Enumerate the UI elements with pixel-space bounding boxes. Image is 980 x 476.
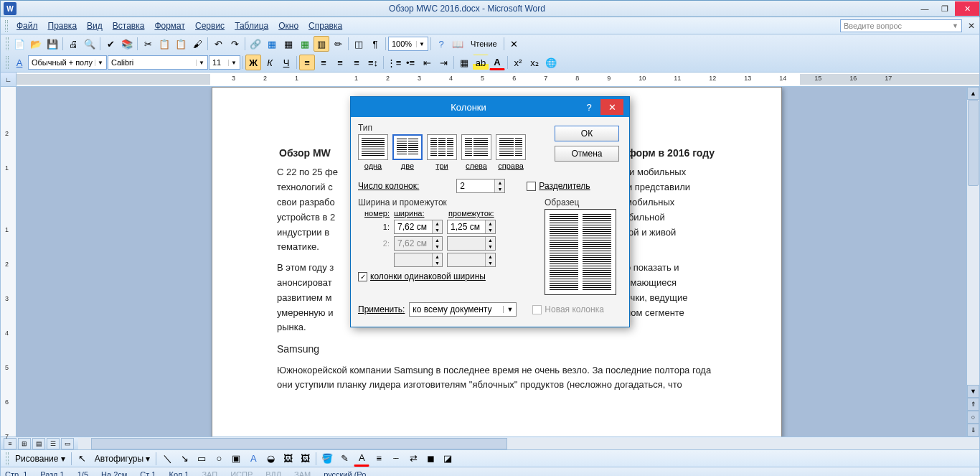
- preset-one[interactable]: одна: [358, 134, 388, 170]
- preset-right[interactable]: справа: [496, 134, 526, 170]
- menu-insert[interactable]: Вставка: [108, 19, 149, 32]
- menu-tools[interactable]: Сервис: [191, 19, 229, 32]
- draw-menu[interactable]: Рисование ▾: [12, 452, 68, 465]
- grip-icon[interactable]: [6, 56, 9, 69]
- menu-edit[interactable]: Правка: [44, 19, 82, 32]
- subscript-button[interactable]: x₂: [527, 55, 542, 70]
- dialog-close-button[interactable]: ✕: [600, 99, 623, 115]
- preset-left[interactable]: слева: [461, 134, 491, 170]
- vertical-scrollbar[interactable]: ▲ ▼ ⇑ ○ ⇓: [966, 87, 979, 437]
- minimize-button[interactable]: —: [915, 1, 935, 16]
- prev-page-button[interactable]: ⇑: [967, 398, 979, 411]
- print-view-button[interactable]: ▤: [32, 438, 45, 449]
- menu-window[interactable]: Окно: [274, 19, 303, 32]
- apply-to-combo[interactable]: ко всему документу▼: [409, 302, 517, 317]
- numbering-button[interactable]: ⋮≡: [386, 55, 402, 70]
- borders-button[interactable]: ▦: [456, 55, 472, 70]
- status-lang[interactable]: русский (Ро: [324, 470, 366, 477]
- save-button[interactable]: 💾: [44, 36, 60, 52]
- status-ovr[interactable]: ЗАМ: [294, 470, 311, 477]
- language-button[interactable]: 🌐: [543, 55, 559, 70]
- new-button[interactable]: 📄: [11, 36, 27, 52]
- arrow-button[interactable]: ↘: [176, 451, 192, 467]
- scroll-thumb[interactable]: [968, 100, 979, 186]
- divider-checkbox[interactable]: Разделитель: [527, 181, 590, 191]
- indent-button[interactable]: ⇥: [435, 55, 451, 70]
- outdent-button[interactable]: ⇤: [419, 55, 435, 70]
- insert-table-button[interactable]: ▦: [281, 36, 296, 52]
- document-close-button[interactable]: ✕: [968, 21, 975, 31]
- menu-help[interactable]: Справка: [304, 19, 347, 32]
- reading-icon[interactable]: 📖: [450, 36, 466, 52]
- drawing-button[interactable]: ✏: [330, 36, 346, 52]
- restore-button[interactable]: ❐: [935, 1, 955, 16]
- redo-button[interactable]: ↷: [227, 36, 242, 52]
- dialog-title-bar[interactable]: Колонки ? ✕: [351, 97, 629, 117]
- tab-selector[interactable]: ∟: [1, 73, 17, 86]
- copy-button[interactable]: 📋: [156, 36, 172, 52]
- cut-button[interactable]: ✂: [140, 36, 156, 52]
- print-button[interactable]: 🖨: [65, 36, 81, 52]
- scroll-down-button[interactable]: ▼: [967, 385, 979, 398]
- spell-button[interactable]: ✔: [103, 36, 118, 52]
- close-button[interactable]: ✕: [955, 1, 979, 16]
- paste-button[interactable]: 📋: [173, 36, 189, 52]
- equal-width-checkbox[interactable]: ✓колонки одинаковой ширины: [358, 271, 534, 281]
- zoom-combo[interactable]: 100%▼: [388, 37, 428, 51]
- font-size-combo[interactable]: 11▼: [209, 55, 240, 70]
- vertical-ruler[interactable]: 211234567: [1, 87, 17, 437]
- hyperlink-button[interactable]: 🔗: [248, 36, 263, 52]
- menu-view[interactable]: Вид: [83, 19, 107, 32]
- fill-color-button[interactable]: 🪣: [319, 451, 335, 467]
- open-button[interactable]: 📂: [28, 36, 44, 52]
- dash-style-button[interactable]: ┄: [388, 451, 404, 467]
- next-page-button[interactable]: ⇓: [967, 424, 979, 437]
- horizontal-ruler[interactable]: 3211234567891011121314151617: [17, 73, 979, 86]
- superscript-button[interactable]: x²: [510, 55, 526, 70]
- preset-three[interactable]: три: [427, 134, 457, 170]
- preset-two[interactable]: две: [392, 134, 423, 170]
- num-columns-spinner[interactable]: ▲▼: [456, 179, 505, 193]
- line-spacing-button[interactable]: ≡↕: [365, 55, 381, 70]
- underline-button[interactable]: Ч: [278, 55, 294, 70]
- picture-button[interactable]: 🖼: [297, 451, 313, 467]
- status-ext[interactable]: ВДЛ: [265, 470, 281, 477]
- question-box[interactable]: Введите вопрос▼: [840, 19, 962, 32]
- hscroll-thumb[interactable]: [91, 438, 507, 449]
- horizontal-scrollbar[interactable]: [78, 438, 979, 449]
- italic-button[interactable]: К: [262, 55, 278, 70]
- textbox-button[interactable]: ▣: [228, 451, 244, 467]
- docmap-button[interactable]: ◫: [351, 36, 367, 52]
- close-preview-button[interactable]: ✕: [507, 36, 522, 52]
- web-view-button[interactable]: ⊞: [18, 438, 31, 449]
- cancel-button[interactable]: Отмена: [555, 146, 619, 162]
- font-color-draw-button[interactable]: A: [354, 451, 369, 467]
- outline-view-button[interactable]: ☰: [47, 438, 60, 449]
- grip-icon[interactable]: [5, 20, 8, 32]
- autoshapes-menu[interactable]: Автофигуры ▾: [92, 452, 154, 465]
- rectangle-button[interactable]: ▭: [194, 451, 209, 467]
- line-button[interactable]: ＼: [159, 451, 175, 467]
- arrow-style-button[interactable]: ⇄: [405, 451, 421, 467]
- font-color-button[interactable]: A: [489, 55, 505, 70]
- scroll-up-button[interactable]: ▲: [967, 87, 979, 100]
- bold-button[interactable]: Ж: [245, 55, 261, 70]
- dialog-help-button[interactable]: ?: [580, 102, 598, 113]
- help-button[interactable]: ?: [433, 36, 449, 52]
- show-marks-button[interactable]: ¶: [367, 36, 383, 52]
- justify-button[interactable]: ≡: [349, 55, 364, 70]
- menu-table[interactable]: Таблица: [230, 19, 273, 32]
- align-center-button[interactable]: ≡: [316, 55, 331, 70]
- styles-pane-button[interactable]: A: [11, 55, 27, 70]
- font-combo[interactable]: Calibri▼: [108, 55, 208, 70]
- wordart-button[interactable]: A: [245, 451, 261, 467]
- align-left-button[interactable]: ≡: [299, 55, 315, 70]
- select-objects-button[interactable]: ↖: [75, 451, 90, 467]
- painter-button[interactable]: 🖌: [189, 36, 205, 52]
- status-trk[interactable]: ИСПР: [230, 470, 253, 477]
- line-color-button[interactable]: ✎: [336, 451, 352, 467]
- reading-view-button[interactable]: ▭: [61, 438, 74, 449]
- line-style-button[interactable]: ≡: [371, 451, 387, 467]
- undo-button[interactable]: ↶: [210, 36, 226, 52]
- diagram-button[interactable]: ◒: [263, 451, 278, 467]
